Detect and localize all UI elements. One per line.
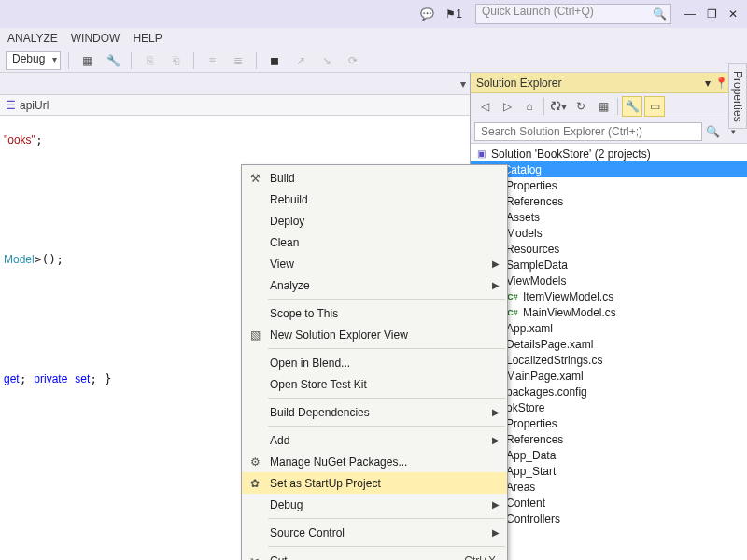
pin-icon[interactable]: 📍 <box>714 77 728 90</box>
tree-node[interactable]: App_Data <box>471 447 747 463</box>
toolbar-btn-5[interactable]: ≡ <box>202 50 222 71</box>
tree-node[interactable]: Content <box>471 495 747 511</box>
tree-node-label: MainViewModel.cs <box>523 306 616 319</box>
toolbar-btn-6[interactable]: ≣ <box>228 50 248 71</box>
ctx-label: Set as StartUp Project <box>270 477 381 490</box>
menu-separator <box>268 398 505 399</box>
solution-tree[interactable]: ▣ Solution 'BookStore' (2 projects) okCa… <box>471 144 747 560</box>
ctx-item-manage-nuget-packages[interactable]: ⚙Manage NuGet Packages... <box>242 451 507 472</box>
ctx-item-source-control[interactable]: Source Control▶ <box>242 522 507 543</box>
quick-launch-input[interactable]: Quick Launch (Ctrl+Q) 🔍 <box>475 4 671 24</box>
quick-launch-placeholder: Quick Launch (Ctrl+Q) <box>482 5 594 18</box>
home-icon[interactable]: ⌂ <box>519 96 540 117</box>
tree-node[interactable]: References <box>471 193 747 209</box>
ctx-label: Open in Blend... <box>270 357 350 370</box>
tree-node[interactable]: Areas <box>471 479 747 495</box>
ctx-item-build[interactable]: ⚒Build <box>242 167 507 189</box>
field-icon: ☰ <box>6 99 16 112</box>
ctx-label: Manage NuGet Packages... <box>270 455 407 469</box>
search-solution-input[interactable] <box>474 122 702 141</box>
bookmark-icon[interactable]: ◼ <box>264 50 285 71</box>
tree-solution-root[interactable]: ▣ Solution 'BookStore' (2 projects) <box>471 146 747 161</box>
menu-separator <box>268 518 505 519</box>
tree-node[interactable]: ViewModels <box>471 273 747 288</box>
toolbar-btn-2[interactable]: 🔧 <box>103 50 123 71</box>
config-combo[interactable]: Debug <box>6 51 61 70</box>
panel-dropdown-icon[interactable]: ▾ <box>705 77 711 90</box>
forward-icon[interactable]: ▷ <box>497 96 517 117</box>
editor-dropdown-icon[interactable]: ▾ <box>460 77 466 91</box>
restore-button[interactable]: ❐ <box>701 3 723 25</box>
notifications-flag-icon[interactable]: ⚑1 <box>440 3 468 25</box>
ctx-item-rebuild[interactable]: Rebuild <box>242 189 507 210</box>
cs-file-icon: C# <box>506 292 519 301</box>
submenu-arrow-icon: ▶ <box>492 259 500 269</box>
ctx-label: Scope to This <box>270 307 338 320</box>
ctx-item-deploy[interactable]: Deploy <box>242 210 507 231</box>
tree-node[interactable]: Assets <box>471 209 747 225</box>
tree-node[interactable]: MainPage.xaml <box>471 368 747 384</box>
feedback-icon[interactable]: 💬 <box>415 3 440 25</box>
ctx-item-set-as-startup-project[interactable]: ✿Set as StartUp Project <box>242 472 507 494</box>
toolbar-btn-1[interactable]: ▦ <box>77 50 97 71</box>
solution-label: Solution 'BookStore' (2 projects) <box>491 147 651 161</box>
tree-node[interactable]: Controllers <box>471 511 747 526</box>
menu-window[interactable]: WINDOW <box>71 32 120 45</box>
toolbar-btn-3[interactable]: ⎘ <box>139 50 160 71</box>
ctx-item-clean[interactable]: Clean <box>242 231 507 253</box>
editor-member-dropdown[interactable]: ☰ apiUrl <box>0 99 54 112</box>
tree-node[interactable]: Resources <box>471 241 747 257</box>
tree-node[interactable]: DetailsPage.xaml <box>471 336 747 352</box>
minimize-button[interactable]: — <box>679 3 701 25</box>
ctx-item-build-dependencies[interactable]: Build Dependencies▶ <box>242 401 507 423</box>
search-icon[interactable]: 🔍 <box>702 125 723 138</box>
toolbar-sep <box>543 98 544 115</box>
tree-node[interactable]: SampleData <box>471 257 747 273</box>
ctx-item-add[interactable]: Add▶ <box>242 429 507 451</box>
menu-separator <box>268 426 505 427</box>
ctx-label: Deploy <box>270 215 304 228</box>
toolbar-btn-4[interactable]: ⎗ <box>165 50 186 71</box>
ctx-item-open-store-test-kit[interactable]: Open Store Test Kit <box>242 373 507 395</box>
tree-node[interactable]: Properties <box>471 415 747 431</box>
menu-analyze[interactable]: ANALYZE <box>7 32 58 45</box>
tree-node[interactable]: C#MainViewModel.cs <box>471 304 747 320</box>
close-button[interactable]: ✕ <box>723 3 743 25</box>
tree-node[interactable]: okStore <box>471 399 747 415</box>
ctx-item-analyze[interactable]: Analyze▶ <box>242 274 507 296</box>
toolbar-sep <box>193 52 194 69</box>
ctx-label: Add <box>270 434 289 447</box>
toolbar-btn-9[interactable]: ↘ <box>317 50 337 71</box>
solution-explorer-panel: Solution Explorer ▾ 📍 ✕ ◁ ▷ ⌂ 🗘▾ ↻ ▦ 🔧 ▭… <box>470 73 747 560</box>
toolbar-btn-10[interactable]: ⟳ <box>343 50 363 71</box>
tree-node[interactable]: LocalizedStrings.cs <box>471 352 747 368</box>
tree-node[interactable]: References <box>471 431 747 447</box>
ctx-shortcut: Ctrl+X <box>464 554 496 561</box>
tree-node[interactable]: C#ItemViewModel.cs <box>471 288 747 304</box>
ctx-item-debug[interactable]: Debug▶ <box>242 494 507 515</box>
tree-node[interactable]: App.xaml <box>471 320 747 336</box>
tree-node[interactable]: okCatalog <box>471 161 747 177</box>
show-all-icon[interactable]: ▦ <box>593 96 613 117</box>
toolbar-btn-8[interactable]: ↗ <box>290 50 311 71</box>
back-icon[interactable]: ◁ <box>474 96 495 117</box>
ctx-label: Source Control <box>270 526 345 539</box>
properties-tab[interactable]: Properties <box>728 63 747 129</box>
ctx-item-new-solution-explorer-view[interactable]: ▧New Solution Explorer View <box>242 324 507 345</box>
tree-node[interactable]: packages.config <box>471 384 747 399</box>
sync-icon[interactable]: 🗘▾ <box>548 96 569 117</box>
tree-node[interactable]: App_Start <box>471 463 747 479</box>
menu-separator <box>268 546 505 547</box>
ctx-item-scope-to-this[interactable]: Scope to This <box>242 302 507 324</box>
submenu-arrow-icon: ▶ <box>492 407 500 417</box>
tree-node[interactable]: Properties <box>471 177 747 193</box>
menu-help[interactable]: HELP <box>133 32 162 45</box>
tree-node-label: Resources <box>506 243 559 256</box>
preview-icon[interactable]: ▭ <box>644 96 665 117</box>
properties-icon[interactable]: 🔧 <box>622 96 642 117</box>
ctx-item-view[interactable]: View▶ <box>242 253 507 274</box>
refresh-icon[interactable]: ↻ <box>571 96 591 117</box>
ctx-item-cut[interactable]: ✂CutCtrl+X <box>242 550 507 560</box>
ctx-item-open-in-blend[interactable]: Open in Blend... <box>242 352 507 373</box>
tree-node[interactable]: Models <box>471 225 747 241</box>
